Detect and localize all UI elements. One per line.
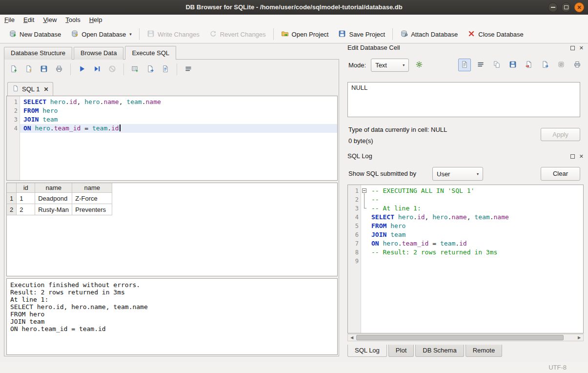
- code-token: team: [390, 231, 406, 238]
- maximize-icon: [564, 5, 568, 9]
- open-sql-file-button[interactable]: [22, 63, 35, 76]
- import-button[interactable]: [523, 59, 535, 71]
- auto-format-button[interactable]: [413, 59, 426, 71]
- log-filter-combobox[interactable]: User ▾: [432, 167, 483, 181]
- fold-marker[interactable]: [361, 186, 368, 195]
- edit-text-button[interactable]: [458, 59, 471, 71]
- print-icon: [573, 61, 581, 70]
- table-cell[interactable]: Rusty-Man: [35, 204, 72, 215]
- code-token: [394, 213, 398, 221]
- code-token: hero: [398, 213, 413, 221]
- cell-type-text: Type of data currently in cell: NULL: [348, 126, 447, 133]
- toolbar-button-label: New Database: [20, 31, 61, 38]
- execute-line-button[interactable]: [91, 63, 103, 76]
- log-line-number: 5: [348, 222, 359, 230]
- stop-button[interactable]: [106, 63, 119, 76]
- horizontal-scrollbar[interactable]: ◀ ▶: [347, 334, 584, 341]
- text-cursor: [120, 124, 121, 131]
- apply-button[interactable]: Apply: [541, 128, 580, 141]
- menu-help[interactable]: Help: [85, 15, 107, 25]
- maximize-button[interactable]: [561, 2, 571, 12]
- close-button[interactable]: ✕: [574, 2, 584, 12]
- dock-tab-db-schema[interactable]: DB Schema: [415, 345, 464, 357]
- tab-browse-data[interactable]: Browse Data: [74, 47, 123, 60]
- write-changes-button[interactable]: Write Changes: [142, 27, 204, 41]
- menu-file[interactable]: File: [0, 15, 19, 25]
- set-null-button[interactable]: [555, 59, 568, 71]
- column-header[interactable]: name: [35, 183, 72, 193]
- save-sql-file-button[interactable]: [38, 63, 50, 76]
- dock-tab-plot[interactable]: Plot: [388, 345, 414, 357]
- table-cell[interactable]: Deadpond: [35, 193, 72, 204]
- editor-line-number: 2: [7, 106, 18, 115]
- copy-button[interactable]: [490, 59, 503, 71]
- sql-log-viewer[interactable]: 123456789 -- EXECUTING ALL IN 'SQL 1'---…: [347, 185, 584, 333]
- dropdown-caret-icon: ▾: [129, 32, 132, 37]
- format-sql-button[interactable]: [159, 63, 172, 76]
- log-fold-column[interactable]: [361, 185, 368, 333]
- new-database-icon: [9, 30, 17, 39]
- editor-line[interactable]: SELECT hero.id, hero.name, team.name: [20, 98, 337, 106]
- dock-tab-sql-log[interactable]: SQL Log: [347, 345, 387, 357]
- cell-editor[interactable]: NULL: [347, 82, 580, 117]
- code-token: id: [69, 98, 77, 105]
- table-cell[interactable]: Preventers: [72, 204, 112, 215]
- save-project-button[interactable]: Save Project: [333, 27, 390, 41]
- float-panel-icon[interactable]: [570, 154, 575, 159]
- scroll-right-icon[interactable]: ▶: [575, 334, 583, 341]
- revert-changes-button[interactable]: Revert Changes: [204, 27, 271, 41]
- close-panel-icon[interactable]: ✕: [579, 154, 584, 159]
- attach-database-button[interactable]: Attach Database: [395, 27, 463, 41]
- code-token: team: [474, 213, 489, 221]
- print-button[interactable]: [571, 59, 584, 71]
- code-token: ,: [119, 98, 127, 105]
- menu-tools[interactable]: Tools: [61, 15, 84, 25]
- print-button[interactable]: [53, 63, 65, 76]
- scroll-left-icon[interactable]: ◀: [348, 334, 356, 341]
- tab-execute-sql[interactable]: Execute SQL: [125, 46, 176, 60]
- dock-tab-remote[interactable]: Remote: [466, 345, 503, 357]
- export-results-button[interactable]: [129, 63, 142, 76]
- column-header[interactable]: id: [17, 183, 35, 193]
- save-results-button[interactable]: [144, 63, 157, 76]
- editor-line[interactable]: FROM hero: [20, 106, 337, 115]
- word-wrap-button[interactable]: [474, 59, 487, 71]
- code-token: JOIN: [23, 116, 39, 123]
- tab-database-structure[interactable]: Database Structure: [4, 47, 72, 60]
- open-project-button[interactable]: Open Project: [276, 27, 334, 41]
- editor-line[interactable]: JOIN team: [20, 115, 337, 124]
- stop-icon: [108, 65, 116, 74]
- table-cell[interactable]: 2: [17, 204, 35, 215]
- menu-edit[interactable]: Edit: [19, 15, 39, 25]
- close-tab-icon[interactable]: ✕: [43, 86, 48, 93]
- title-bar[interactable]: DB Browser for SQLite - /home/user/code/…: [0, 0, 588, 15]
- save-icon: [509, 61, 517, 70]
- float-panel-icon[interactable]: [570, 46, 575, 50]
- open-database-button[interactable]: Open Database▾: [66, 27, 137, 41]
- menu-view[interactable]: View: [39, 15, 61, 25]
- editor-line[interactable]: ON hero.team_id = team.id: [20, 124, 337, 133]
- scrollbar-track[interactable]: [356, 334, 575, 341]
- clear-button[interactable]: Clear: [541, 167, 580, 181]
- sql-editor[interactable]: 1234 SELECT hero.id, hero.name, team.nam…: [6, 96, 338, 181]
- message-line: Execution finished without errors.: [10, 281, 334, 289]
- fold-collapse-icon[interactable]: [362, 188, 366, 193]
- table-cell[interactable]: 1: [17, 193, 35, 204]
- table-cell[interactable]: Z-Force: [72, 193, 112, 204]
- execute-all-button[interactable]: [76, 63, 88, 76]
- sql-tab[interactable]: SQL 1 ✕: [7, 82, 53, 96]
- toggle-panel-button[interactable]: [182, 63, 195, 76]
- log-line-number: 8: [348, 248, 359, 257]
- minimize-button[interactable]: [548, 2, 558, 12]
- column-header[interactable]: name: [72, 183, 112, 193]
- save-button[interactable]: [507, 59, 519, 71]
- editor-code-area[interactable]: SELECT hero.id, hero.name, team.nameFROM…: [20, 96, 337, 180]
- code-token: team: [440, 240, 455, 247]
- new-database-button[interactable]: New Database: [4, 27, 66, 41]
- export-button[interactable]: [539, 59, 551, 71]
- close-database-button[interactable]: Close Database: [463, 27, 528, 41]
- mode-combobox[interactable]: Text ▾: [371, 59, 409, 72]
- open-tab-button[interactable]: [7, 63, 20, 76]
- scrollbar-thumb[interactable]: [356, 335, 564, 340]
- close-panel-icon[interactable]: ✕: [579, 46, 584, 50]
